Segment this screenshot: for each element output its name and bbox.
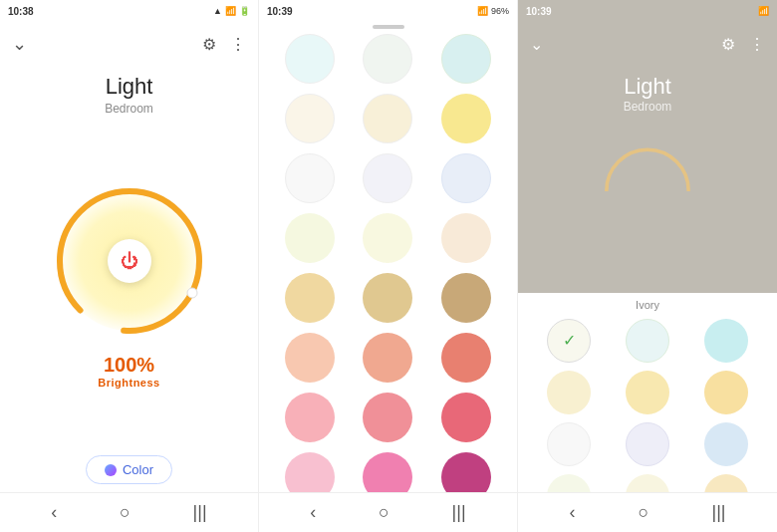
color-row-5 [275, 333, 501, 383]
color-swatch[interactable] [363, 34, 412, 84]
svg-point-2 [187, 288, 197, 298]
color-swatch[interactable] [285, 452, 335, 492]
color-row-3 [275, 213, 501, 263]
p3-color-swatch[interactable] [626, 371, 669, 414]
light-title-1: Light [0, 74, 258, 100]
ivory-label: Ivory [518, 293, 777, 315]
more-icon[interactable]: ⋮ [230, 35, 246, 54]
color-swatch[interactable] [285, 393, 335, 442]
bottom-nav-1: ‹ ○ ||| [0, 492, 258, 532]
color-swatch[interactable] [363, 333, 412, 383]
color-dot-icon [105, 464, 117, 476]
color-swatch[interactable] [441, 333, 491, 383]
battery-icon: 🔋 [239, 6, 250, 16]
brightness-area: ⏻ 100% Brightness [0, 120, 258, 445]
color-row-4 [275, 273, 501, 323]
bottom-nav-2: ‹ ○ ||| [259, 492, 517, 532]
top-actions-1: ⚙ ⋮ [202, 35, 246, 54]
p3-color-swatch[interactable] [704, 371, 748, 414]
panel-2-color-picker: 10:39 📶 96% [259, 0, 518, 532]
brightness-label: Brightness [98, 377, 159, 389]
p3-color-swatch[interactable] [626, 422, 669, 466]
color-swatch[interactable] [285, 333, 335, 383]
p3-color-swatch[interactable] [704, 422, 748, 466]
overlay-status-icons: 📶 [758, 6, 769, 16]
color-swatch[interactable] [363, 452, 412, 492]
brightness-circle[interactable]: ⏻ [45, 176, 214, 346]
status-icons-2: 📶 96% [477, 6, 509, 16]
scroll-handle[interactable] [373, 25, 404, 29]
back-nav-icon-2[interactable]: ‹ [310, 502, 316, 523]
brightness-percentage: 100% [98, 354, 159, 377]
brightness-value: 100% Brightness [98, 354, 159, 389]
status-time-2: 10:39 [267, 6, 293, 17]
color-swatch[interactable] [441, 94, 491, 143]
overlay-actions: ⚙ ⋮ [721, 35, 765, 54]
p3-color-ivory-selected[interactable]: ✓ [547, 319, 591, 363]
color-swatch[interactable] [363, 153, 412, 203]
menu-nav-icon[interactable]: ||| [193, 502, 207, 523]
overlay-status-bar: 10:39 📶 [518, 0, 777, 22]
color-grid [259, 22, 517, 492]
menu-nav-icon-2[interactable]: ||| [452, 502, 466, 523]
status-bar-1: 10:38 ▲ 📶 🔋 [0, 0, 258, 22]
p3-color-swatch[interactable] [547, 422, 591, 466]
color-swatch[interactable] [285, 153, 335, 203]
color-row-7 [275, 452, 501, 492]
overlay-arc-svg [598, 132, 697, 191]
color-swatch[interactable] [363, 213, 412, 263]
color-button[interactable]: Color [86, 455, 172, 484]
p3-row-1: ✓ [530, 319, 765, 363]
color-swatch[interactable] [285, 34, 335, 84]
home-nav-icon[interactable]: ○ [120, 502, 130, 523]
color-swatch[interactable] [285, 213, 335, 263]
back-nav-icon[interactable]: ‹ [51, 502, 57, 523]
overlay-signal-icon: 📶 [758, 6, 769, 16]
power-button[interactable]: ⏻ [108, 239, 151, 283]
gear-icon[interactable]: ⚙ [202, 35, 216, 54]
overlay-gear-icon[interactable]: ⚙ [721, 35, 735, 54]
color-swatch[interactable] [441, 393, 491, 442]
color-swatch[interactable] [363, 94, 412, 143]
power-icon: ⏻ [121, 251, 138, 272]
menu-nav-icon-3[interactable]: ||| [711, 502, 725, 523]
p3-color-swatch[interactable] [547, 371, 591, 414]
home-nav-icon-2[interactable]: ○ [379, 502, 389, 523]
wifi-icon: ▲ [213, 6, 222, 16]
overlay-top-nav: ⌄ ⚙ ⋮ [518, 22, 777, 66]
p3-color-swatch[interactable] [704, 319, 748, 363]
overlay-light-title: Light [518, 74, 777, 100]
p3-row-2 [530, 371, 765, 414]
color-swatch[interactable] [285, 273, 335, 323]
p3-row-3 [530, 422, 765, 466]
color-swatch[interactable] [363, 273, 412, 323]
color-swatch[interactable] [441, 452, 491, 492]
color-swatch[interactable] [285, 94, 335, 143]
color-row-1 [275, 94, 501, 143]
overlay-time: 10:39 [526, 6, 552, 17]
status-icons-1: ▲ 📶 🔋 [213, 6, 250, 16]
color-swatch[interactable] [441, 273, 491, 323]
bottom-nav-3: ‹ ○ ||| [518, 492, 777, 532]
panel-3-color-picker-selected: 10:39 📶 ⌄ ⚙ ⋮ Light Bedroom Ivory [518, 0, 777, 532]
overlay-arc-area [518, 132, 777, 191]
p3-color-swatch[interactable] [626, 319, 669, 363]
light-header-1: Light Bedroom [0, 66, 258, 120]
back-nav-icon-3[interactable]: ‹ [570, 502, 576, 523]
color-swatch[interactable] [441, 153, 491, 203]
color-swatch[interactable] [363, 393, 412, 442]
panel-1-light-control: 10:38 ▲ 📶 🔋 ⌄ ⚙ ⋮ Light Bedroom [0, 0, 259, 532]
signal-icon-2: 📶 96% [477, 6, 509, 16]
status-bar-2: 10:39 📶 96% [259, 0, 517, 22]
color-btn-area: Color [0, 445, 258, 492]
home-nav-icon-3[interactable]: ○ [639, 502, 649, 523]
color-swatch[interactable] [441, 34, 491, 84]
color-row-2 [275, 153, 501, 203]
color-row-0 [275, 34, 501, 84]
color-swatch[interactable] [441, 213, 491, 263]
chevron-down-icon[interactable]: ⌄ [12, 33, 27, 55]
overlay-chevron-icon[interactable]: ⌄ [530, 35, 543, 54]
top-nav-1: ⌄ ⚙ ⋮ [0, 22, 258, 66]
overlay-more-icon[interactable]: ⋮ [749, 35, 765, 54]
panel-3-overlay: 10:39 📶 ⌄ ⚙ ⋮ Light Bedroom [518, 0, 777, 293]
